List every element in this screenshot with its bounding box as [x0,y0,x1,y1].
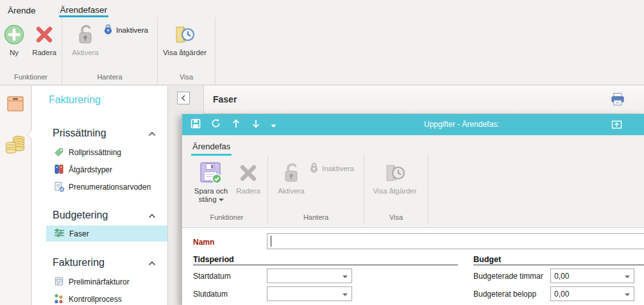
dialog-tab-arendefas[interactable]: Ärendefas [191,140,232,156]
combo-arrow-icon [625,293,630,296]
dialog-show-actions-label: Visa åtgärder [373,187,416,195]
dialog-uppgifter-arendefas: Uppgifter - Ärendefas: Ärendefas Spara o… [182,114,644,305]
tab-arende[interactable]: Ärende [6,3,37,17]
nav-item-preliminarfakturor[interactable]: Preliminärfakturor [54,276,167,288]
dialog-activate-label: Aktivera [278,187,305,195]
budgeterat-belopp-input[interactable]: 0,00 [550,286,634,301]
popout-window-icon[interactable] [611,119,622,132]
delete-x-icon-disabled [238,159,258,187]
deactivate-button-label: Inaktivera [116,26,148,34]
namn-label: Namn [193,238,214,247]
ribbon-group-visa: Visa åtgärder Visa [158,17,216,85]
slutdatum-combobox[interactable] [267,286,352,301]
nav-item-label: Åtgärdstyper [69,165,112,174]
nav-section-fakturering[interactable]: Fakturering [53,257,156,268]
nav-item-kontrollprocess[interactable]: Kontrollprocess [54,293,167,305]
refresh-icon[interactable] [210,118,221,131]
new-button[interactable]: Ny [1,17,27,57]
coins-icon [4,134,26,157]
arrow-down-icon[interactable] [251,119,261,131]
nav-item-label: Preliminärfakturor [69,277,130,286]
chevron-up-icon[interactable] [148,257,156,268]
case-box-icon [6,95,24,115]
process-flow-icon [54,293,64,305]
nav-section-label: Fakturering [53,257,105,268]
combo-arrow-icon [343,293,348,296]
budgeterade-timmar-input[interactable]: 0,00 [550,268,634,283]
app-window: Ärende Ärendefaser Ny [0,0,644,305]
arrow-up-icon[interactable] [231,119,241,131]
save-icon[interactable] [191,119,201,131]
chevron-up-icon[interactable] [148,128,156,139]
dialog-show-actions-button[interactable]: Visa åtgärder [364,156,425,195]
group-label-hantera: Hantera [62,73,157,81]
dialog-title: Uppgifter - Ärendefas: [424,120,499,129]
main-ribbon: Ärende Ärendefaser Ny [0,0,644,85]
dialog-group-label-hantera: Hantera [268,213,364,221]
folder-clock-icon-disabled [383,159,407,187]
nav-section-prissattning[interactable]: Prissättning [53,128,156,139]
invoice-icon [54,276,64,288]
nav-item-atgardstyper[interactable]: Åtgärdstyper [54,164,167,176]
save-and-close-button[interactable]: Spara och stäng [190,156,232,204]
print-button[interactable] [610,92,625,110]
tab-arendefaser[interactable]: Ärendefaser [59,3,109,17]
dialog-deactivate-button[interactable]: Inaktivera [309,162,354,174]
combo-arrow-icon [625,276,630,278]
qat-dropdown-caret-icon[interactable] [271,119,276,131]
text-caret [271,236,271,247]
padlock-blue-icon [103,24,113,36]
dialog-delete-label: Radera [236,187,260,195]
nav-item-rollprissattning[interactable]: Rollprissättning [54,147,167,158]
subscription-doc-icon [54,181,64,194]
delete-button[interactable]: Radera [28,17,60,57]
nav-item-label: Prenumerationsarvoden [69,183,151,192]
dialog-titlebar[interactable]: Uppgifter - Ärendefas: [182,114,644,135]
show-actions-button[interactable]: Visa åtgärder [158,17,212,57]
dialog-group-visa: Visa åtgärder Visa [364,156,428,225]
tidsperiod-section-label: Tidsperiod [193,255,234,264]
activate-button[interactable]: Aktivera [67,17,103,57]
nav-item-label: Faser [69,229,89,238]
dialog-group-label-visa: Visa [364,213,428,221]
ribbon-group-funktioner: Ny Radera Funktioner [0,17,62,85]
nav-section-label: Budgetering [53,210,108,221]
delete-x-icon [34,21,55,49]
dialog-activate-button[interactable]: Aktivera [273,156,309,195]
dialog-form: Namn Tidsperiod Startdatum Slutdatum Bud… [182,227,644,305]
nav-item-label: Kontrollprocess [69,295,122,304]
nav-section-label: Prissättning [53,128,106,139]
padlock-open-icon [74,21,96,49]
delete-button-label: Radera [32,49,56,57]
padlock-open-icon-disabled [280,159,302,187]
collapse-nav-button[interactable] [177,92,190,104]
price-tag-icon [54,147,64,159]
namn-input[interactable] [267,233,644,249]
group-label-visa: Visa [158,73,215,81]
plus-circle-icon [4,21,24,49]
binders-icon [54,164,64,176]
module-strip [0,86,31,305]
save-check-icon [199,159,223,187]
padlock-small-icon-disabled [309,162,319,174]
ribbon-group-hantera: Aktivera Inaktivera Hantera [62,17,158,85]
module-invoicing-button[interactable] [0,134,31,157]
startdatum-label: Startdatum [193,272,231,281]
phases-icon [54,228,65,240]
budgeterade-timmar-label: Budgeterade timmar [473,272,543,281]
dialog-tab-bar: Ärendefas [182,135,644,156]
save-and-close-label: Spara och stäng [191,187,231,204]
navigation-panel: Fakturering Prissättning Rollprissättnin… [32,86,168,305]
chevron-up-icon[interactable] [148,210,156,221]
deactivate-button[interactable]: Inaktivera [103,24,148,36]
nav-item-faser[interactable]: Faser [46,226,167,242]
nav-item-prenumerationsarvoden[interactable]: Prenumerationsarvoden [54,181,167,193]
dialog-group-hantera: Aktivera Inaktivera Hantera [268,156,364,225]
nav-section-budgetering[interactable]: Budgetering [53,210,156,221]
show-actions-button-label: Visa åtgärder [163,49,207,57]
dialog-delete-button[interactable]: Radera [232,156,264,204]
startdatum-combobox[interactable] [267,268,352,283]
dropdown-caret-icon [219,199,224,201]
module-cases-button[interactable] [0,95,31,115]
new-button-label: Ny [10,49,19,57]
